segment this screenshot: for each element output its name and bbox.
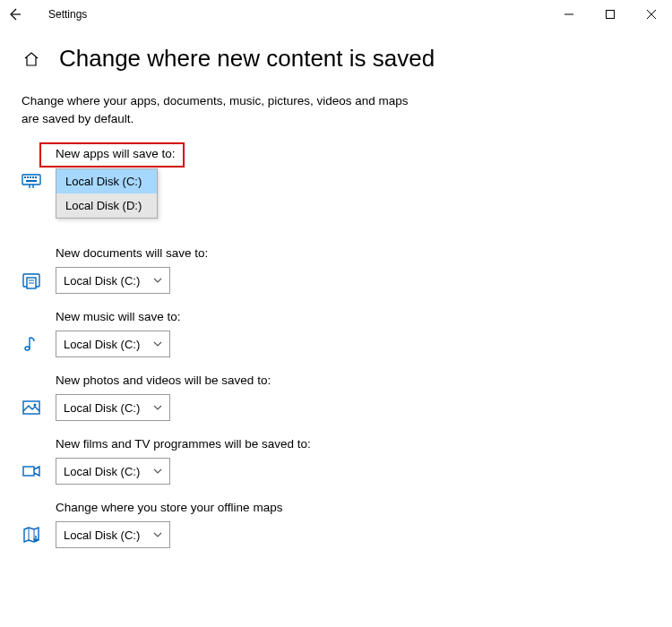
maps-select[interactable]: Local Disk (C:)	[56, 521, 170, 548]
section-maps: Change where you store your offline maps…	[22, 501, 650, 548]
svg-rect-20	[23, 467, 34, 476]
page-header: Change where new content is saved	[0, 29, 672, 82]
films-select[interactable]: Local Disk (C:)	[56, 458, 170, 485]
svg-rect-5	[24, 176, 26, 178]
svg-rect-10	[26, 180, 37, 182]
chevron-down-icon	[153, 276, 162, 285]
documents-label: New documents will save to:	[22, 246, 208, 260]
svg-point-17	[25, 347, 30, 350]
svg-rect-4	[22, 175, 40, 185]
music-label: New music will save to:	[22, 310, 181, 323]
section-documents: New documents will save to: Local Disk (…	[22, 246, 650, 294]
window-title: Settings	[36, 8, 87, 21]
home-icon[interactable]	[22, 50, 41, 68]
photos-select-value: Local Disk (C:)	[64, 401, 140, 415]
svg-rect-7	[30, 176, 31, 178]
svg-rect-8	[32, 176, 34, 178]
maps-icon	[22, 525, 41, 545]
back-button[interactable]	[7, 7, 36, 21]
svg-point-19	[34, 404, 37, 407]
svg-rect-18	[23, 401, 39, 414]
page-description: Change where your apps, documents, music…	[0, 82, 448, 136]
chevron-down-icon	[153, 530, 162, 539]
chevron-down-icon	[153, 339, 162, 348]
photos-select[interactable]: Local Disk (C:)	[56, 394, 170, 421]
chevron-down-icon	[153, 403, 162, 412]
close-button[interactable]	[631, 0, 672, 29]
films-label: New films and TV programmes will be save…	[22, 437, 311, 451]
section-photos: New photos and videos will be saved to: …	[22, 374, 650, 421]
music-select[interactable]: Local Disk (C:)	[56, 331, 170, 357]
svg-rect-6	[27, 176, 29, 178]
section-apps: New apps will save to: Local Disk (C:) L…	[22, 147, 650, 194]
section-music: New music will save to: Local Disk (C:)	[22, 310, 650, 357]
music-select-value: Local Disk (C:)	[64, 338, 140, 351]
films-icon	[22, 461, 41, 481]
photos-label: New photos and videos will be saved to:	[22, 374, 271, 387]
section-films: New films and TV programmes will be save…	[22, 437, 650, 485]
apps-dropdown[interactable]: Local Disk (C:) Local Disk (D:)	[56, 168, 158, 219]
apps-icon	[22, 171, 41, 191]
documents-select-value: Local Disk (C:)	[64, 274, 140, 288]
svg-rect-1	[607, 11, 615, 19]
chevron-down-icon	[153, 467, 162, 476]
apps-option-c[interactable]: Local Disk (C:)	[56, 169, 157, 193]
page-title: Change where new content is saved	[59, 45, 435, 73]
maps-select-value: Local Disk (C:)	[64, 528, 140, 542]
apps-label: New apps will save to:	[22, 147, 176, 160]
music-icon	[22, 334, 41, 354]
titlebar: Settings	[0, 0, 672, 29]
documents-icon	[22, 271, 41, 290]
photos-icon	[22, 398, 41, 417]
maximize-button[interactable]	[590, 0, 631, 29]
documents-select[interactable]: Local Disk (C:)	[56, 267, 170, 294]
svg-rect-9	[35, 176, 37, 178]
films-select-value: Local Disk (C:)	[64, 465, 140, 478]
minimize-button[interactable]	[548, 0, 590, 29]
maps-label: Change where you store your offline maps	[22, 501, 282, 514]
apps-option-d[interactable]: Local Disk (D:)	[56, 193, 157, 218]
